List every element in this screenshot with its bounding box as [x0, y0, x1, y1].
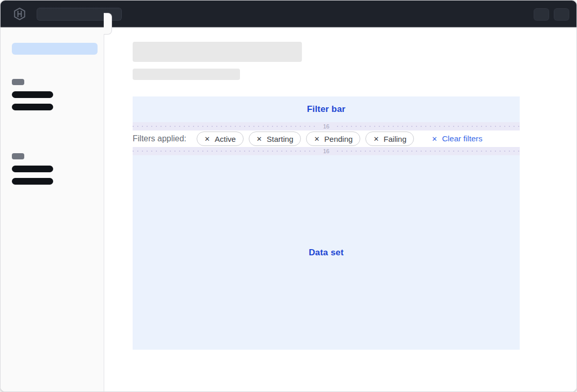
sidebar-link-placeholder[interactable] [12, 104, 53, 110]
close-icon: ✕ [431, 136, 437, 142]
data-set-label: Data set [309, 248, 344, 258]
hashicorp-logo-icon [13, 7, 26, 21]
sidebar-active-item-placeholder[interactable] [12, 43, 98, 55]
clear-filters-link[interactable]: ✕ Clear filters [431, 134, 482, 143]
clear-filters-label: Clear filters [442, 134, 482, 143]
page-subtitle-placeholder [133, 69, 240, 80]
sidebar [1, 27, 104, 391]
sidebar-link-placeholder[interactable] [12, 178, 53, 185]
sidebar-link-placeholder[interactable] [12, 91, 53, 98]
filter-pill-label: Failing [383, 135, 406, 143]
spacing-annotation: 16 [133, 147, 520, 155]
sidebar-section-heading-placeholder [12, 153, 24, 159]
main-content: Filter bar 16 Filters applied: ✕ Active … [105, 27, 576, 391]
close-icon[interactable]: ✕ [373, 136, 379, 142]
sidebar-section-heading-placeholder [12, 79, 24, 85]
app-window: Filter bar 16 Filters applied: ✕ Active … [0, 0, 577, 392]
close-icon[interactable]: ✕ [257, 136, 262, 142]
spacing-value: 16 [317, 147, 335, 155]
close-icon[interactable]: ✕ [314, 136, 319, 142]
filter-pill-starting[interactable]: ✕ Starting [249, 132, 301, 146]
filter-bar-region: Filter bar [133, 96, 520, 122]
data-set-region: Data set [133, 155, 520, 350]
topbar [1, 1, 576, 27]
filter-pill-pending[interactable]: ✕ Pending [306, 132, 360, 146]
filter-pill-label: Active [215, 135, 236, 143]
filter-pill-label: Starting [267, 135, 294, 143]
spacing-annotation: 16 [133, 122, 520, 130]
topbar-button-placeholder-2[interactable] [554, 8, 569, 21]
sidebar-link-placeholder[interactable] [12, 166, 53, 172]
spacing-value: 16 [317, 122, 335, 130]
close-icon[interactable]: ✕ [204, 136, 210, 142]
filter-pill-failing[interactable]: ✕ Failing [365, 132, 414, 146]
filter-pill-label: Pending [324, 135, 352, 143]
filter-bar-label: Filter bar [307, 104, 346, 115]
sidebar-collapse-handle[interactable] [104, 13, 112, 35]
filters-applied-label: Filters applied: [133, 134, 186, 143]
filter-pill-active[interactable]: ✕ Active [197, 132, 244, 146]
filters-applied-row: Filters applied: ✕ Active ✕ Starting ✕ P… [133, 130, 520, 147]
topbar-button-placeholder-1[interactable] [534, 8, 549, 21]
page-title-placeholder [133, 42, 302, 62]
